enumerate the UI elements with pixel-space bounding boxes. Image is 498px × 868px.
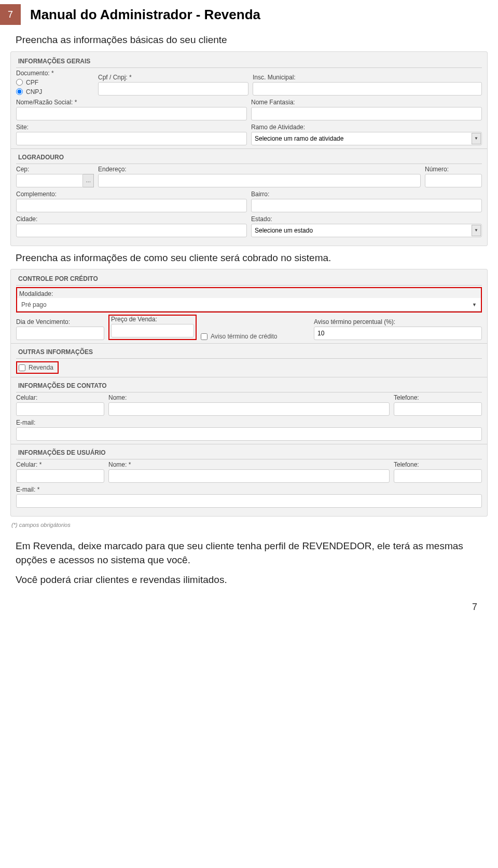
celular-label: Celular: xyxy=(16,394,104,401)
nome-razao-input[interactable] xyxy=(16,107,247,120)
radio-cnpj[interactable]: CNPJ xyxy=(16,88,94,96)
highlight-revenda: Revenda xyxy=(16,361,59,374)
dia-venc-label: Dia de Vencimento: xyxy=(16,318,104,326)
legend-outras: OUTRAS INFORMAÇÕES xyxy=(16,347,482,357)
nome-razao-label: Nome/Razão Social: * xyxy=(16,99,247,106)
email-input[interactable] xyxy=(16,427,482,441)
revenda-checkbox-label: Revenda xyxy=(29,364,53,371)
radio-cnpj-input[interactable] xyxy=(16,88,23,95)
complemento-input[interactable] xyxy=(16,199,247,212)
u-nome-input[interactable] xyxy=(108,469,390,483)
nome-fantasia-input[interactable] xyxy=(251,107,482,120)
ramo-label: Ramo de Atividade: xyxy=(251,124,482,131)
preco-label: Preço de Venda: xyxy=(111,316,194,323)
u-celular-input[interactable] xyxy=(16,469,104,483)
legend-usuario: INFORMAÇÕES DE USUÁRIO xyxy=(16,447,482,458)
legend-contato: INFORMAÇÕES DE CONTATO xyxy=(16,381,482,391)
bairro-label: Bairro: xyxy=(251,191,482,198)
site-input[interactable] xyxy=(16,132,247,145)
nome-fantasia-label: Nome Fantasia: xyxy=(251,99,482,106)
legend-gerais: INFORMAÇÕES GERAIS xyxy=(16,56,482,66)
revenda-checkbox[interactable]: Revenda xyxy=(19,364,53,371)
cidade-label: Cidade: xyxy=(16,215,247,223)
u-telefone-label: Telefone: xyxy=(394,461,482,468)
footer-page-number: 7 xyxy=(0,591,498,618)
chevron-down-icon[interactable]: ▼ xyxy=(472,225,481,236)
nome-input[interactable] xyxy=(108,402,390,416)
chevron-down-icon: ▼ xyxy=(472,302,477,307)
page-number-badge: 7 xyxy=(0,4,21,25)
cep-label: Cep: xyxy=(16,166,94,173)
modalidade-value: Pré pago xyxy=(21,301,47,308)
ramo-select[interactable] xyxy=(251,132,482,145)
cpf-cnpj-label: Cpf / Cnpj: * xyxy=(98,74,248,81)
highlight-modalidade: Modalidade: Pré pago ▼ xyxy=(16,287,482,313)
document-title: Manual do Administrador - Revenda xyxy=(30,7,260,23)
bairro-input[interactable] xyxy=(251,199,482,212)
intro-text-2: Preencha as informações de como seu clie… xyxy=(0,249,498,269)
aviso-checkbox-label: Aviso término de crédito xyxy=(211,333,278,340)
aviso-checkbox[interactable]: Aviso término de crédito xyxy=(201,333,310,340)
preco-input[interactable] xyxy=(111,324,194,337)
legend-credito: CONTROLE POR CRÉDITO xyxy=(16,274,482,284)
numero-label: Número: xyxy=(425,166,482,173)
modalidade-select[interactable]: Pré pago ▼ xyxy=(17,298,481,311)
site-label: Site: xyxy=(16,124,247,131)
estado-label: Estado: xyxy=(251,215,482,223)
numero-input[interactable] xyxy=(425,174,482,187)
cep-lookup-button[interactable]: … xyxy=(83,174,94,187)
estado-select[interactable] xyxy=(251,224,482,237)
endereco-label: Endereço: xyxy=(98,166,421,173)
page-header: 7 Manual do Administrador - Revenda xyxy=(0,0,498,31)
u-email-label: E-mail: * xyxy=(16,486,482,493)
endereco-input[interactable] xyxy=(98,174,421,187)
radio-cpf-input[interactable] xyxy=(16,79,23,86)
required-footnote: (*) campos obrigátorios xyxy=(0,520,498,530)
revenda-checkbox-input[interactable] xyxy=(19,364,25,371)
u-telefone-input[interactable] xyxy=(394,469,482,483)
email-label: E-mail: xyxy=(16,419,482,426)
cep-input[interactable] xyxy=(16,174,83,187)
telefone-label: Telefone: xyxy=(394,394,482,401)
legend-logradouro: LOGRADOURO xyxy=(16,152,482,162)
u-nome-label: Nome: * xyxy=(108,461,390,468)
cidade-input[interactable] xyxy=(16,224,247,237)
u-email-input[interactable] xyxy=(16,494,482,508)
telefone-input[interactable] xyxy=(394,402,482,416)
nome-label: Nome: xyxy=(108,394,390,401)
form-credito: CONTROLE POR CRÉDITO Modalidade: Pré pag… xyxy=(10,269,488,517)
documento-label: Documento: * xyxy=(16,70,94,77)
celular-input[interactable] xyxy=(16,402,104,416)
complemento-label: Complemento: xyxy=(16,191,247,198)
radio-cnpj-label: CNPJ xyxy=(26,88,42,96)
modalidade-label: Modalidade: xyxy=(19,290,53,297)
cpf-cnpj-input[interactable] xyxy=(98,82,248,96)
dia-venc-input[interactable] xyxy=(16,327,104,340)
aviso-perc-input[interactable] xyxy=(314,327,482,340)
outro-text-1: Em Revenda, deixe marcado para que seu c… xyxy=(0,537,498,571)
outro-text-2: Você poderá criar clientes e revendas il… xyxy=(0,571,498,591)
chevron-down-icon[interactable]: ▼ xyxy=(472,133,481,144)
radio-cpf-label: CPF xyxy=(26,79,38,86)
radio-cpf[interactable]: CPF xyxy=(16,79,94,86)
aviso-checkbox-input[interactable] xyxy=(201,333,208,340)
intro-text-1: Preencha as informações básicas do seu c… xyxy=(0,31,498,51)
form-informacoes: INFORMAÇÕES GERAIS Documento: * CPF CNPJ… xyxy=(10,51,488,246)
insc-municipal-input[interactable] xyxy=(253,82,482,96)
insc-municipal-label: Insc. Municipal: xyxy=(253,74,482,81)
highlight-preco: Preço de Venda: xyxy=(108,315,197,340)
aviso-perc-label: Aviso término percentual (%): xyxy=(314,318,482,326)
u-celular-label: Celular: * xyxy=(16,461,104,468)
